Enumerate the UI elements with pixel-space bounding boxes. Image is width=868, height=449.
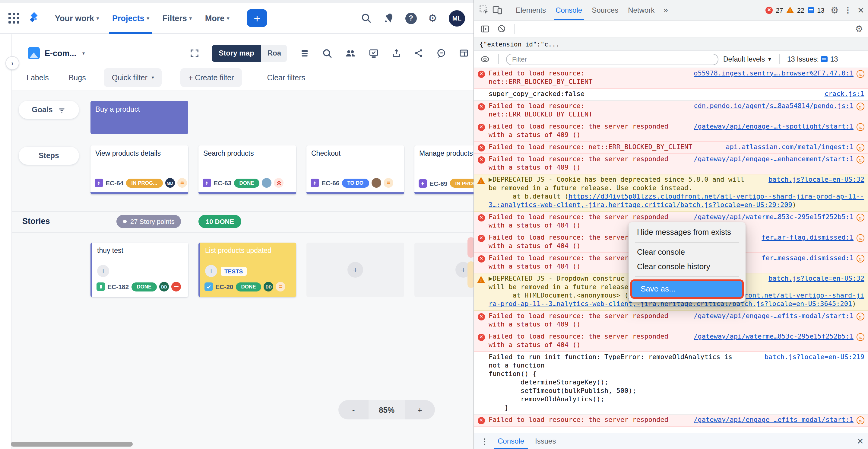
create-button[interactable]: + — [247, 9, 267, 27]
tab-console[interactable]: Console — [551, 0, 587, 20]
tab-sources[interactable]: Sources — [587, 0, 623, 20]
source-link[interactable]: /gateway/api/engage-…efits-modal/start:1 — [694, 416, 854, 424]
network-request-icon[interactable]: ⇅ — [857, 143, 864, 151]
drawer-tab-issues[interactable]: Issues — [530, 433, 561, 449]
network-request-icon[interactable]: ⇅ — [857, 416, 864, 424]
source-link[interactable]: batch.js?locale=en-US:219 — [765, 353, 864, 361]
goal-card[interactable]: Buy a product — [91, 101, 188, 134]
project-avatar[interactable] — [28, 47, 40, 59]
steps-row-pill[interactable]: Steps — [19, 147, 79, 165]
filter-labels[interactable]: Labels — [27, 73, 49, 82]
jira-logo[interactable] — [27, 11, 42, 25]
chevron-down-icon[interactable]: ▾ — [82, 50, 85, 56]
board-search-icon[interactable] — [322, 48, 332, 58]
empty-card-placeholder[interactable]: + — [306, 243, 404, 297]
network-request-icon[interactable]: ⇅ — [857, 255, 864, 262]
issues-counter[interactable]: 13 Issues: 13 — [787, 56, 838, 63]
source-link[interactable]: cdn.pendo.io/agent/s…8aa54814/pendo.js:1 — [694, 102, 854, 111]
warning-badge-icon[interactable]: ! — [786, 7, 794, 13]
filter-bugs[interactable]: Bugs — [69, 73, 86, 82]
menu-item-clear-console-history[interactable]: Clear console history — [628, 260, 746, 274]
menu-item-hide-messages-from-exists[interactable]: Hide messages from exists — [628, 225, 746, 240]
nav-item-your-work[interactable]: Your work▾ — [50, 7, 104, 30]
drawer-menu-icon[interactable]: ⋮ — [478, 437, 491, 446]
source-link[interactable]: o55978.ingest.sentry….browser%2F7.47.0:1 — [694, 69, 854, 78]
more-tabs-icon[interactable]: » — [660, 5, 671, 14]
goals-row-pill[interactable]: Goals — [19, 101, 79, 119]
nav-item-projects[interactable]: Projects▾ — [107, 7, 155, 30]
zoom-in-button[interactable]: + — [405, 400, 435, 419]
network-request-icon[interactable]: ⇅ — [857, 70, 864, 78]
source-link[interactable]: /gateway/api/engage-…enhancement/start:1 — [694, 155, 854, 163]
source-link[interactable]: /gateway/api/engage-…t-spotlight/start:1 — [694, 122, 854, 131]
inspect-element-icon[interactable] — [478, 4, 490, 16]
source-link[interactable]: api.atlassian.com/metal/ingest:1 — [726, 143, 854, 151]
tab-roadmap[interactable]: Roa — [261, 44, 287, 62]
step-card[interactable]: Manage productsEC-69IN PROG... — [414, 145, 473, 194]
create-filter-button[interactable]: + Create filter — [181, 68, 242, 87]
default-levels-dropdown[interactable]: Default levels▼ — [723, 56, 772, 63]
network-request-icon[interactable]: ⇅ — [857, 333, 864, 341]
step-card[interactable]: View products detailsEC-64IN PROG...MD — [91, 145, 188, 194]
step-card[interactable]: Search productsEC-63DONE — [198, 145, 296, 194]
notifications-bell-icon[interactable] — [383, 13, 394, 24]
source-link[interactable]: batch.js?locale=en-US:32 — [769, 176, 864, 184]
live-expression-eye-icon[interactable] — [479, 53, 491, 65]
devtools-close-icon[interactable]: ✕ — [858, 5, 864, 15]
nav-item-more[interactable]: More▾ — [200, 7, 235, 30]
source-link[interactable]: /gateway/api/waterme…853c-295e15f252b5:1 — [694, 213, 854, 221]
drawer-close-icon[interactable]: ✕ — [857, 436, 864, 446]
network-request-icon[interactable]: ⇅ — [857, 234, 864, 242]
board-view-icon[interactable] — [300, 48, 309, 58]
network-request-icon[interactable]: ⇅ — [857, 312, 864, 320]
story-card[interactable]: thuy test+EC-182DONEDD — [91, 243, 188, 297]
empty-card-placeholder[interactable]: + — [414, 243, 473, 297]
drawer-tab-console[interactable]: Console — [492, 433, 530, 449]
source-link[interactable]: crack.js:1 — [825, 90, 864, 98]
device-toolbar-icon[interactable] — [491, 4, 503, 16]
console-pinned-expression[interactable]: {"extension_id":"c... — [474, 37, 868, 51]
source-link[interactable]: /gateway/api/engage-…efits-modal/start:1 — [694, 312, 854, 321]
console-filter-input[interactable] — [506, 53, 718, 65]
clear-filters-button[interactable]: Clear filters — [267, 73, 305, 82]
panel-layout-icon[interactable] — [459, 48, 469, 58]
share-icon[interactable] — [414, 48, 424, 58]
clear-console-icon[interactable] — [495, 23, 507, 35]
source-link[interactable]: batch.js?locale=en-US:32 — [769, 275, 864, 283]
network-request-icon[interactable]: ⇅ — [857, 102, 864, 110]
menu-item-clear-console[interactable]: Clear console — [628, 245, 746, 260]
devtools-settings-icon[interactable]: ⚙ — [831, 4, 839, 16]
monitor-check-icon[interactable] — [369, 48, 379, 58]
stack-trace-link[interactable]: https://d34ivt5p01lzzs.cloudfront.net/at… — [489, 192, 864, 209]
search-icon[interactable] — [361, 13, 372, 24]
zoom-out-button[interactable]: - — [338, 400, 369, 419]
tab-story-map[interactable]: Story map — [211, 44, 261, 62]
message-badge-icon[interactable] — [807, 7, 814, 13]
help-icon[interactable]: ? — [405, 12, 417, 24]
network-request-icon[interactable]: ⇅ — [857, 155, 864, 163]
network-request-icon[interactable]: ⇅ — [857, 123, 864, 131]
tab-elements[interactable]: Elements — [511, 0, 551, 20]
network-request-icon[interactable]: ⇅ — [857, 213, 864, 221]
console-sidebar-icon[interactable] — [479, 23, 491, 35]
console-settings-icon[interactable]: ⚙ — [855, 23, 863, 34]
step-card[interactable]: CheckoutEC-66TO DO — [306, 145, 404, 194]
nav-item-filters[interactable]: Filters▾ — [157, 7, 197, 30]
source-link[interactable]: fer…message.dismissed:1 — [762, 254, 854, 263]
story-card[interactable]: List products updated+TESTSEC-20DONEDD — [198, 243, 296, 297]
quick-filter-dropdown[interactable]: Quick filter▾ — [104, 68, 162, 87]
devtools-menu-icon[interactable]: ⋮ — [844, 5, 852, 14]
error-badge-icon[interactable]: ✕ — [766, 6, 773, 13]
project-name[interactable]: E-com... — [44, 49, 76, 58]
fullscreen-icon[interactable] — [190, 49, 199, 58]
export-icon[interactable] — [392, 48, 401, 58]
source-link[interactable]: /gateway/api/waterme…853c-295e15f252b5:1 — [694, 332, 854, 341]
source-link[interactable]: fer…ar-flag.dismissed:1 — [762, 234, 854, 242]
expand-sidebar-button[interactable]: › — [5, 56, 19, 70]
settings-gear-icon[interactable]: ⚙ — [428, 12, 438, 25]
user-avatar[interactable]: ML — [449, 10, 465, 26]
tab-network[interactable]: Network — [623, 0, 659, 20]
add-button[interactable]: + — [205, 265, 217, 277]
feedback-icon[interactable] — [436, 48, 446, 58]
horizontal-scrollbar[interactable] — [11, 442, 133, 447]
